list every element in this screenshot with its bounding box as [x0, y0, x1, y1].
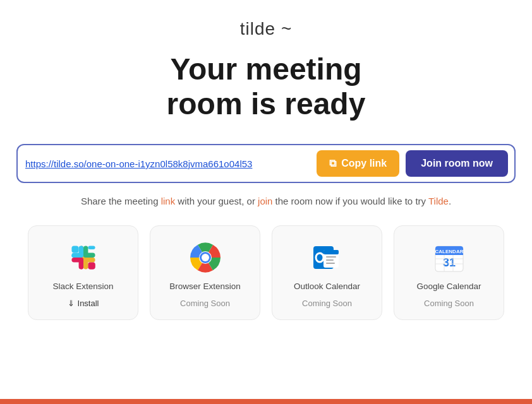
room-url-input[interactable] — [24, 156, 310, 172]
room-link-container: ⧉ Copy link Join room now — [16, 144, 516, 183]
header: tilde ~ — [0, 0, 532, 52]
svg-rect-26 — [326, 263, 335, 264]
join-room-button[interactable]: Join room now — [406, 150, 508, 177]
copy-link-label: Copy link — [341, 158, 387, 169]
slack-label: Slack Extension — [52, 282, 113, 291]
svg-text:CALENDAR: CALENDAR — [435, 249, 463, 254]
integration-cards: Slack Extension ⇓ Install — [25, 225, 507, 320]
svg-rect-8 — [88, 263, 95, 270]
slack-card: Slack Extension ⇓ Install — [28, 225, 138, 320]
svg-rect-16 — [83, 258, 95, 262]
chrome-coming-soon: Coming Soon — [180, 299, 230, 308]
download-icon: ⇓ — [68, 299, 75, 308]
gcal-coming-soon: Coming Soon — [424, 299, 474, 308]
svg-rect-0 — [71, 246, 78, 253]
svg-rect-7 — [88, 246, 95, 250]
main-content: Your meeting room is ready ⧉ Copy link J… — [0, 52, 532, 320]
chrome-card: Browser Extension Coming Soon — [150, 225, 260, 320]
slack-install-button[interactable]: ⇓ Install — [68, 299, 99, 308]
svg-rect-12 — [83, 253, 95, 258]
outlook-icon — [311, 241, 344, 274]
share-text: Share the meeting link with your guest, … — [81, 196, 451, 206]
outlook-coming-soon: Coming Soon — [302, 299, 352, 308]
svg-rect-10 — [71, 253, 83, 258]
svg-point-20 — [202, 254, 209, 261]
svg-rect-14 — [71, 258, 83, 262]
chrome-label: Browser Extension — [169, 282, 241, 291]
slack-action-label: Install — [78, 299, 99, 308]
copy-link-button[interactable]: ⧉ Copy link — [317, 150, 399, 177]
logo: tilde ~ — [240, 19, 293, 39]
gcal-label: Google Calendar — [416, 282, 481, 291]
page-heading: Your meeting room is ready — [167, 52, 366, 121]
outlook-card: Outlook Calendar Coming Soon — [272, 225, 382, 320]
outlook-label: Outlook Calendar — [294, 282, 360, 291]
slack-icon — [67, 241, 100, 274]
svg-rect-23 — [323, 250, 339, 254]
copy-icon: ⧉ — [329, 158, 336, 169]
svg-rect-24 — [326, 256, 336, 258]
join-room-label: Join room now — [421, 158, 493, 169]
svg-rect-25 — [326, 259, 334, 261]
chrome-icon — [189, 241, 222, 274]
bottom-bar — [0, 399, 532, 404]
svg-text:31: 31 — [442, 256, 455, 269]
gcal-icon: 31 CALENDAR — [433, 241, 466, 274]
gcal-card: 31 CALENDAR Google Calendar Coming Soon — [394, 225, 504, 320]
